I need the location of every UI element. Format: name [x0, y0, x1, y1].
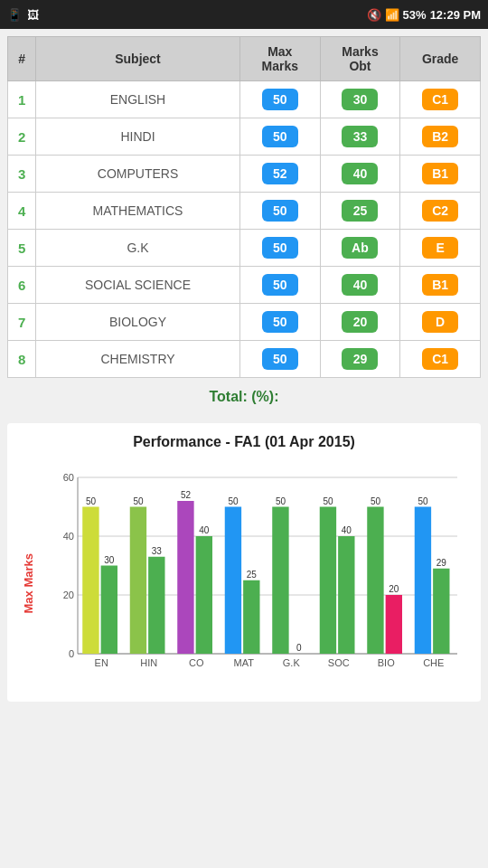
row-marksobt: 40 — [320, 267, 400, 304]
y-axis-label: Max Marks — [22, 553, 35, 613]
row-marksobt: 33 — [320, 118, 400, 156]
row-grade: D — [400, 304, 481, 341]
svg-text:HIN: HIN — [140, 657, 157, 668]
svg-text:40: 40 — [63, 531, 74, 542]
total-row: Total: (%): — [7, 378, 481, 416]
svg-rect-45 — [415, 507, 431, 655]
col-header-grade: Grade — [400, 37, 481, 81]
svg-text:50: 50 — [418, 496, 428, 506]
row-num: 6 — [8, 267, 36, 304]
mute-icon: 🔇 — [367, 8, 381, 22]
svg-rect-36 — [338, 536, 354, 654]
row-grade: C2 — [400, 193, 481, 230]
svg-text:29: 29 — [436, 558, 447, 568]
table-row: 1 ENGLISH 50 30 C1 — [8, 81, 481, 118]
row-subject: ENGLISH — [36, 81, 240, 118]
row-grade: B2 — [400, 118, 481, 156]
table-row: 6 SOCIAL SCIENCE 50 40 B1 — [8, 267, 481, 304]
svg-text:50: 50 — [133, 496, 144, 506]
svg-text:0: 0 — [296, 643, 302, 653]
svg-rect-46 — [433, 569, 449, 654]
row-maxmarks: 50 — [239, 118, 320, 156]
row-maxmarks: 50 — [239, 230, 320, 267]
svg-text:50: 50 — [323, 496, 333, 506]
signal-icon: 📶 — [385, 8, 399, 22]
row-subject: COMPUTERS — [36, 156, 240, 193]
phone-icon: 📱 — [7, 8, 22, 22]
svg-rect-25 — [225, 507, 241, 655]
row-subject: BIOLOGY — [36, 304, 240, 341]
row-maxmarks: 50 — [239, 341, 320, 378]
row-marksobt: Ab — [320, 230, 400, 267]
svg-rect-35 — [320, 507, 336, 655]
svg-text:60: 60 — [63, 472, 74, 483]
col-header-num: # — [8, 37, 36, 81]
svg-text:33: 33 — [152, 546, 163, 556]
svg-rect-30 — [272, 507, 288, 655]
svg-text:25: 25 — [247, 570, 258, 580]
table-row: 4 MATHEMATICS 50 25 C2 — [8, 193, 481, 230]
total-label: Total: (%): — [209, 389, 278, 404]
status-right: 🔇 📶 53% 12:29 PM — [367, 8, 481, 22]
row-marksobt: 20 — [320, 304, 400, 341]
row-subject: CHEMISTRY — [36, 341, 240, 378]
table-row: 8 CHEMISTRY 50 29 C1 — [8, 341, 481, 378]
svg-text:40: 40 — [199, 525, 210, 535]
row-subject: SOCIAL SCIENCE — [36, 267, 240, 304]
svg-text:50: 50 — [371, 496, 381, 506]
svg-text:CHE: CHE — [423, 657, 444, 668]
svg-rect-26 — [243, 580, 259, 654]
svg-text:40: 40 — [342, 525, 352, 535]
row-subject: HINDI — [36, 118, 240, 156]
svg-text:20: 20 — [389, 584, 399, 594]
col-header-marksobt: MarksObt — [320, 37, 400, 81]
row-num: 4 — [8, 193, 36, 230]
col-header-subject: Subject — [36, 37, 240, 81]
chart-title: Performance - FA1 (01 Apr 2015) — [14, 434, 474, 450]
svg-text:G.K: G.K — [283, 657, 301, 668]
status-left: 📱 🖼 — [7, 8, 39, 22]
row-maxmarks: 52 — [239, 156, 320, 193]
svg-rect-16 — [148, 557, 164, 654]
row-marksobt: 30 — [320, 81, 400, 118]
row-num: 1 — [8, 81, 36, 118]
chart-wrap: Max Marks 02040605030EN5033HIN5240CO5025… — [14, 459, 474, 694]
row-num: 3 — [8, 156, 36, 193]
row-maxmarks: 50 — [239, 304, 320, 341]
svg-text:0: 0 — [69, 648, 74, 659]
row-grade: B1 — [400, 156, 481, 193]
svg-text:52: 52 — [181, 490, 192, 500]
svg-text:SOC: SOC — [328, 657, 350, 668]
svg-rect-20 — [177, 501, 193, 654]
row-maxmarks: 50 — [239, 81, 320, 118]
row-marksobt: 40 — [320, 156, 400, 193]
row-subject: MATHEMATICS — [36, 193, 240, 230]
battery-text: 53% — [403, 8, 427, 22]
col-header-maxmarks: MaxMarks — [239, 37, 320, 81]
table-row: 5 G.K 50 Ab E — [8, 230, 481, 267]
status-bar: 📱 🖼 🔇 📶 53% 12:29 PM — [0, 0, 488, 29]
chart-container: Performance - FA1 (01 Apr 2015) Max Mark… — [7, 423, 481, 702]
svg-rect-41 — [386, 595, 402, 654]
row-num: 7 — [8, 304, 36, 341]
svg-text:50: 50 — [86, 496, 97, 506]
row-grade: E — [400, 230, 481, 267]
main-content: # Subject MaxMarks MarksObt Grade 1 ENGL… — [0, 29, 488, 709]
row-marksobt: 25 — [320, 193, 400, 230]
svg-text:20: 20 — [63, 590, 74, 600]
svg-rect-21 — [196, 536, 212, 654]
row-grade: C1 — [400, 81, 481, 118]
svg-text:50: 50 — [228, 496, 239, 506]
svg-text:50: 50 — [276, 496, 286, 506]
svg-rect-15 — [130, 507, 146, 655]
svg-text:30: 30 — [104, 555, 115, 565]
svg-text:MAT: MAT — [234, 657, 255, 668]
marks-table: # Subject MaxMarks MarksObt Grade 1 ENGL… — [7, 36, 481, 378]
row-maxmarks: 50 — [239, 267, 320, 304]
table-row: 7 BIOLOGY 50 20 D — [8, 304, 481, 341]
row-grade: C1 — [400, 341, 481, 378]
row-marksobt: 29 — [320, 341, 400, 378]
svg-text:CO: CO — [189, 657, 204, 668]
svg-text:EN: EN — [95, 657, 108, 668]
row-num: 2 — [8, 118, 36, 156]
